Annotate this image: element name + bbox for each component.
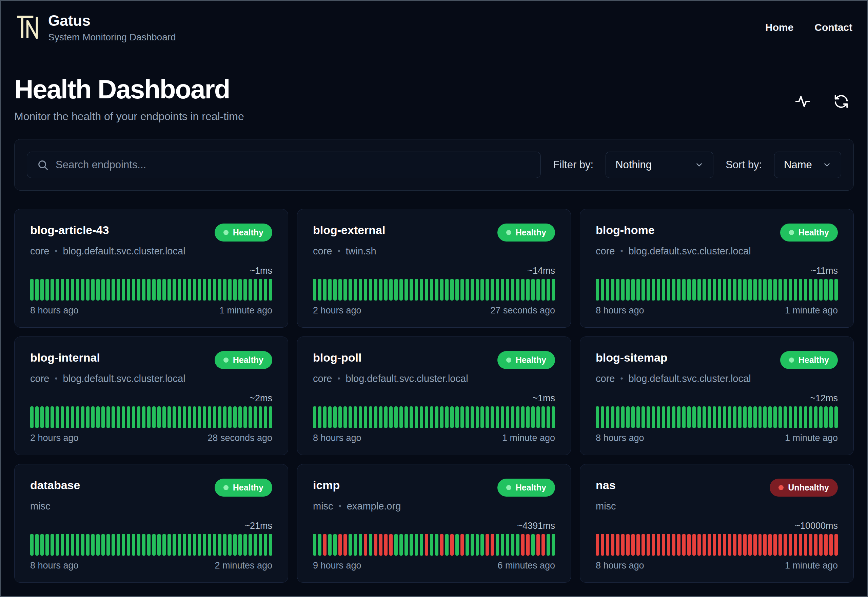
uptime-bar [789,534,792,555]
uptime-bar [794,534,797,555]
endpoint-meta: core • blog.default.svc.cluster.local [596,373,838,384]
uptime-bars [313,534,555,555]
uptime-bar [188,279,191,300]
endpoint-group: core [313,373,332,384]
status-label: Healthy [233,355,264,365]
endpoint-name[interactable]: database [30,479,80,492]
endpoint-card[interactable]: blog-external Healthy core • twin.sh ~14… [297,209,571,328]
uptime-bar [111,279,115,300]
endpoint-name[interactable]: nas [596,479,616,492]
uptime-bar [698,406,701,428]
endpoint-name[interactable]: blog-poll [313,351,362,364]
endpoint-host: blog.default.svc.cluster.local [63,373,185,384]
uptime-bar [374,534,378,555]
uptime-bar [702,534,706,555]
uptime-bar [369,406,372,428]
uptime-bar [40,534,44,555]
card-header: database Healthy [30,479,272,497]
uptime-bar [127,406,130,428]
activity-pulse-icon[interactable] [795,94,810,109]
endpoint-name[interactable]: icmp [313,479,340,492]
uptime-bar [147,534,151,555]
endpoint-host: blog.default.svc.cluster.local [628,373,751,384]
uptime-bar [738,279,742,300]
search-input[interactable] [27,151,541,178]
uptime-bar [425,279,428,300]
card-header: icmp Healthy [313,479,555,497]
uptime-bar [188,534,191,555]
uptime-bar [374,279,378,300]
endpoint-meta: misc • [596,500,838,512]
status-dot-icon [506,485,511,490]
uptime-bar [748,279,752,300]
uptime-bar [547,406,550,428]
endpoint-card[interactable]: blog-poll Healthy core • blog.default.sv… [297,337,571,455]
uptime-bar [107,534,110,555]
uptime-bar [834,406,838,428]
endpoint-group: core [596,373,615,384]
uptime-bar [203,406,206,428]
endpoint-name[interactable]: blog-external [313,224,385,237]
uptime-bar [687,534,691,555]
uptime-bar [536,406,540,428]
endpoint-card[interactable]: icmp Healthy misc • example.org ~4391ms … [297,464,571,583]
uptime-bar [167,279,171,300]
uptime-bar [132,406,135,428]
endpoint-name[interactable]: blog-article-43 [30,224,109,237]
uptime-bars [30,279,272,300]
uptime-bar [238,279,242,300]
endpoint-card[interactable]: blog-article-43 Healthy core • blog.defa… [14,209,288,328]
main-nav: Home Contact [765,22,852,33]
uptime-bar [318,279,321,300]
endpoint-name[interactable]: blog-internal [30,351,100,364]
status-badge: Healthy [215,224,272,242]
uptime-bar [611,534,615,555]
uptime-bar [723,534,726,555]
uptime-bar [450,279,454,300]
uptime-bar [450,534,454,555]
status-label: Healthy [516,227,546,238]
uptime-bar [218,534,221,555]
uptime-bar [682,534,686,555]
nav-link-home[interactable]: Home [765,22,793,33]
uptime-bar [698,534,701,555]
uptime-bar [476,534,479,555]
page-title: Health Dashboard [14,74,854,105]
endpoint-host: example.org [347,500,401,512]
endpoint-card[interactable]: blog-internal Healthy core • blog.defaul… [14,337,288,455]
uptime-bars [30,406,272,428]
uptime-bar [249,279,252,300]
status-badge: Healthy [498,224,555,242]
nav-link-contact[interactable]: Contact [815,22,852,33]
status-label: Healthy [233,483,264,493]
uptime-bar [203,534,206,555]
endpoint-card[interactable]: blog-home Healthy core • blog.default.sv… [580,209,854,328]
endpoint-name[interactable]: blog-home [596,224,655,237]
uptime-bar [40,406,44,428]
uptime-bar [425,406,428,428]
status-label: Healthy [233,227,264,238]
uptime-bar [829,279,833,300]
endpoint-card[interactable]: nas Unhealthy misc • ~10000ms 8 hours ag… [580,464,854,583]
sort-select[interactable]: Name [774,151,841,178]
endpoint-card[interactable]: database Healthy misc • ~21ms 8 hours ag… [14,464,288,583]
uptime-bar [611,279,615,300]
uptime-bar [531,534,535,555]
time-start: 9 hours ago [313,560,361,571]
dot-separator: • [620,247,623,256]
endpoint-meta: core • blog.default.svc.cluster.local [30,373,272,384]
endpoint-name[interactable]: blog-sitemap [596,351,668,364]
uptime-bar [677,534,680,555]
uptime-bar [50,279,54,300]
uptime-bar [147,406,151,428]
endpoint-card[interactable]: blog-sitemap Healthy core • blog.default… [580,337,854,455]
uptime-bar [157,406,161,428]
refresh-icon[interactable] [833,94,849,109]
uptime-bar [107,279,110,300]
uptime-bar [440,534,443,555]
uptime-bars [313,406,555,428]
uptime-bar [152,279,156,300]
uptime-bar [81,406,84,428]
filter-select[interactable]: Nothing [606,151,713,178]
uptime-bar [631,534,635,555]
